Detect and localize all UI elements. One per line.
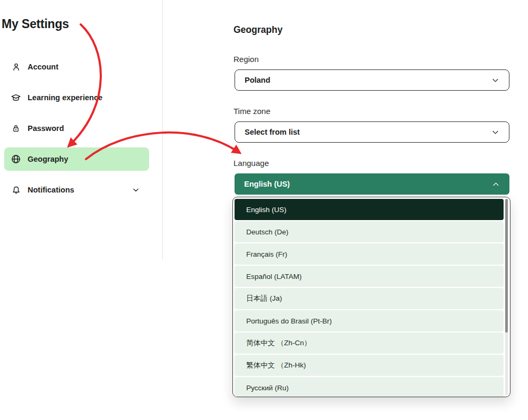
bell-icon: [11, 185, 21, 195]
chevron-down-icon[interactable]: [131, 185, 141, 195]
timezone-select-value: Select from list: [245, 128, 300, 136]
timezone-select[interactable]: Select from list: [235, 121, 509, 143]
graduation-cap-icon: [11, 92, 21, 103]
region-label: Region: [233, 55, 259, 64]
person-icon: [11, 62, 21, 72]
language-option-russian[interactable]: Русский (Ru): [235, 377, 504, 397]
language-label: Language: [233, 159, 269, 168]
sidebar-item-label: Notifications: [28, 186, 74, 194]
vertical-divider: [162, 0, 163, 260]
sidebar-item-learning-experience[interactable]: Learning experience: [4, 86, 149, 109]
region-select[interactable]: Poland: [235, 69, 509, 91]
sidebar-item-label: Account: [28, 63, 58, 71]
sidebar-item-notifications[interactable]: Notifications: [4, 178, 149, 202]
lock-icon: [11, 123, 21, 134]
language-option-espanol[interactable]: Español (LATAM): [235, 266, 504, 287]
scrollbar-thumb[interactable]: [505, 199, 508, 332]
chevron-down-icon: [490, 127, 500, 137]
timezone-label: Time zone: [233, 107, 270, 116]
chevron-up-icon: [491, 179, 501, 189]
sidebar-item-label: Learning experience: [28, 93, 102, 102]
language-option-deutsch[interactable]: Deutsch (De): [235, 221, 504, 242]
language-option-traditional-chinese[interactable]: 繁体中文 （Zh-Hk): [235, 355, 504, 376]
section-heading: Geography: [233, 24, 282, 36]
language-option-simplified-chinese[interactable]: 简体中文 （Zh-Cn）: [235, 332, 504, 354]
sidebar-item-geography[interactable]: Geography: [4, 147, 149, 171]
language-dropdown-panel: English (US) Deutsch (De) Français (Fr) …: [232, 197, 510, 397]
sidebar-item-label: Geography: [28, 155, 68, 163]
language-option-english-us[interactable]: English (US): [235, 199, 504, 220]
globe-icon: [11, 154, 21, 164]
language-option-portugues[interactable]: Português do Brasil (Pt-Br): [235, 310, 504, 331]
page-title: My Settings: [2, 17, 69, 31]
settings-page: My Settings Account Learning experience …: [0, 0, 528, 420]
sidebar-item-password[interactable]: Password: [4, 117, 149, 140]
language-option-japanese[interactable]: 日本語 (Ja): [235, 288, 504, 309]
language-select[interactable]: English (US): [235, 173, 509, 195]
sidebar-item-account[interactable]: Account: [4, 55, 149, 78]
sidebar-item-label: Password: [28, 124, 64, 133]
language-select-value: English (US): [244, 180, 290, 188]
chevron-down-icon: [490, 75, 500, 85]
language-option-francais[interactable]: Français (Fr): [235, 243, 504, 265]
region-select-value: Poland: [245, 76, 270, 84]
